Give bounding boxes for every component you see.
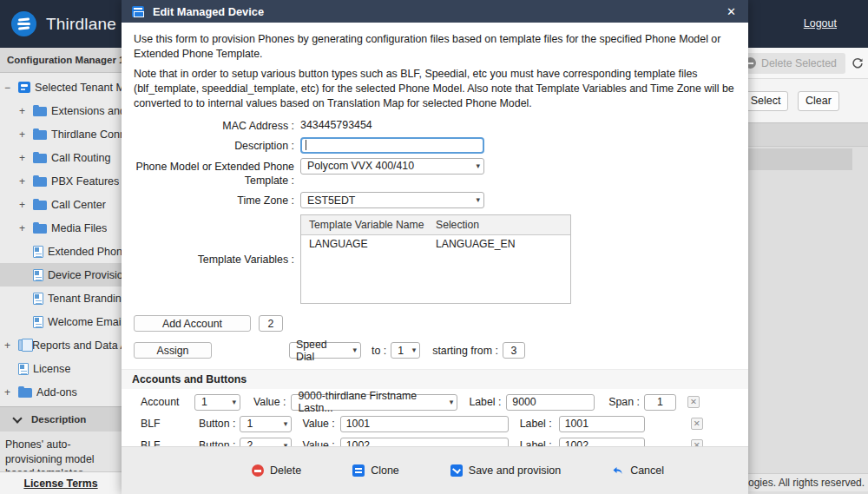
add-account-button[interactable]: Add Account xyxy=(134,315,251,332)
thirdlane-logo-icon xyxy=(11,11,36,36)
undo-arrow-icon xyxy=(612,464,624,477)
folder-icon xyxy=(33,224,47,234)
description-panel-text: Phones' auto-provisioning model based te… xyxy=(0,431,122,471)
cancel-button[interactable]: Cancel xyxy=(612,464,664,477)
save-and-provision-button[interactable]: Save and provision xyxy=(450,464,561,477)
account-value-select[interactable]: 9000-thirdlane Firstname Lastn... xyxy=(291,394,457,411)
collapse-icon[interactable]: − xyxy=(4,82,18,94)
config-manager-label: Configuration Manager 10. xyxy=(0,48,122,73)
row-type-label: Account xyxy=(141,396,194,408)
expand-icon[interactable]: + xyxy=(19,152,33,164)
file-icon xyxy=(33,246,43,258)
blf-label-input[interactable] xyxy=(559,416,645,432)
remove-row-icon[interactable]: ✕ xyxy=(687,396,700,408)
refresh-icon[interactable] xyxy=(852,57,864,69)
chevron-down-icon xyxy=(12,413,22,423)
starting-from-input[interactable]: 3 xyxy=(503,342,525,359)
sidebar-item-selected-tenant[interactable]: −Selected Tenant Man xyxy=(0,76,122,99)
clear-button[interactable]: Clear xyxy=(798,91,839,111)
sidebar-footer: License Terms xyxy=(0,471,122,494)
description-input[interactable] xyxy=(300,137,484,154)
table-header xyxy=(748,122,868,147)
folder-icon xyxy=(33,107,47,116)
table-row[interactable] xyxy=(748,148,852,170)
expand-icon[interactable]: + xyxy=(19,222,33,234)
add-account-count-input[interactable]: 2 xyxy=(259,315,283,332)
button-label: Button : xyxy=(199,418,235,430)
expand-icon[interactable]: + xyxy=(4,386,18,398)
sidebar-item-tenant-branding[interactable]: Tenant Branding xyxy=(0,287,122,310)
sidebar-item-extended-phone[interactable]: Extended Phone xyxy=(0,240,122,263)
window-icon xyxy=(132,6,144,17)
column-header-variable-name: Template Variable Name xyxy=(301,219,428,231)
sidebar-item-media-files[interactable]: +Media Files xyxy=(0,216,122,240)
remove-row-icon[interactable]: ✕ xyxy=(691,418,703,430)
sidebar-item-license[interactable]: License xyxy=(0,357,122,380)
table-row[interactable]: LANGUAGE LANGUAGE_EN xyxy=(301,235,570,253)
assign-button[interactable]: Assign xyxy=(134,342,212,359)
brand-title: Thirdlane xyxy=(46,15,116,34)
clone-button[interactable]: Clone xyxy=(352,464,399,477)
top-bar: Logout xyxy=(748,0,868,48)
sidebar-item-add-ons[interactable]: +Add-ons xyxy=(0,380,122,404)
folder-icon xyxy=(33,201,47,210)
sidebar: Thirdlane Configuration Manager 10. −Sel… xyxy=(0,0,122,494)
assign-type-select[interactable]: Speed Dial xyxy=(289,342,361,359)
sidebar-item-thirdlane-connect[interactable]: +Thirdlane Conne xyxy=(0,122,122,146)
span-input[interactable] xyxy=(644,394,676,411)
delete-button[interactable]: Delete xyxy=(252,464,301,477)
intro-paragraph-2: Note that in order to setup various butt… xyxy=(134,67,736,110)
template-variables-table: Template Variable Name Selection LANGUAG… xyxy=(300,214,571,304)
phone-model-label: Phone Model or Extended Phone Template : xyxy=(134,158,300,188)
template-variables-label: Template Variables : xyxy=(134,251,300,267)
expand-icon[interactable]: + xyxy=(19,175,33,188)
logout-link[interactable]: Logout xyxy=(804,17,837,30)
description-panel-header[interactable]: Description xyxy=(0,406,122,431)
sidebar-item-reports[interactable]: +Reports and Data An xyxy=(0,333,122,357)
row-type-label: BLF xyxy=(141,418,194,430)
assign-to-select[interactable]: 1 xyxy=(391,342,420,359)
timezone-select[interactable]: EST5EDT xyxy=(300,192,484,208)
folder-icon xyxy=(33,130,47,140)
account-number-select[interactable]: 1 xyxy=(194,394,240,411)
expand-icon[interactable]: + xyxy=(4,339,18,352)
sidebar-item-call-center[interactable]: +Call Center xyxy=(0,193,122,216)
copy-icon xyxy=(18,339,28,351)
folder-icon xyxy=(33,177,47,187)
accounts-and-buttons-header: Accounts and Buttons xyxy=(122,369,748,389)
sidebar-item-device-provisioning[interactable]: Device Provision xyxy=(0,263,122,287)
folder-icon xyxy=(33,154,47,163)
sidebar-item-welcome-email[interactable]: Welcome Email xyxy=(0,310,122,333)
account-label-input[interactable] xyxy=(506,394,595,411)
column-header-selection: Selection xyxy=(428,219,570,231)
text-caret xyxy=(306,140,306,150)
select-button[interactable]: Select xyxy=(743,91,788,111)
blf-value-input[interactable] xyxy=(340,416,509,432)
file-icon xyxy=(33,316,43,328)
label-label: Label : xyxy=(469,396,501,408)
expand-icon[interactable]: + xyxy=(19,105,33,117)
expand-icon[interactable]: + xyxy=(19,199,33,211)
app-header: Thirdlane xyxy=(0,0,122,48)
selection-controls: Select Clear xyxy=(748,79,868,122)
span-label: Span : xyxy=(608,396,640,408)
sidebar-item-call-routing[interactable]: +Call Routing xyxy=(0,146,122,169)
mac-address-label: MAC Address : xyxy=(134,117,300,133)
blf-button-select[interactable]: 1 xyxy=(240,416,292,432)
intro-paragraph-1: Use this form to provision Phones by gen… xyxy=(134,32,736,61)
tenant-icon xyxy=(18,82,30,93)
sidebar-item-pbx-features[interactable]: +PBX Features xyxy=(0,169,122,193)
file-icon xyxy=(18,363,29,375)
license-terms-link[interactable]: License Terms xyxy=(23,478,97,490)
timezone-label: Time Zone : xyxy=(134,192,300,207)
dialog-title-bar: Edit Managed Device ✕ xyxy=(122,0,748,23)
blf-row: BLF Button : 1 Value : Label : ✕ xyxy=(141,415,736,432)
delete-icon xyxy=(252,464,264,477)
expand-icon[interactable]: + xyxy=(19,128,33,141)
phone-model-select[interactable]: Polycom VVX 400/410 xyxy=(300,158,484,175)
close-icon[interactable]: ✕ xyxy=(725,5,738,18)
description-label: Description : xyxy=(134,137,300,153)
delete-selected-button[interactable]: Delete Selected xyxy=(738,53,845,74)
content-toolbar: Delete Selected xyxy=(748,48,868,79)
sidebar-item-extensions[interactable]: +Extensions and C xyxy=(0,99,122,122)
